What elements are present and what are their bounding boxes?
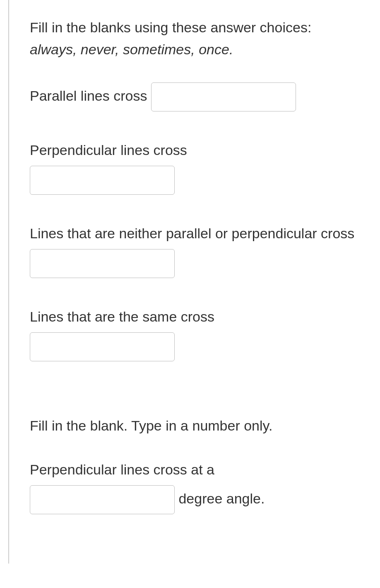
instruction-1-choices: always, never, sometimes, once. (30, 41, 233, 57)
question-1-text: Parallel lines cross (30, 88, 151, 104)
question-4-text: Lines that are the same cross (30, 309, 214, 324)
question-5-input[interactable] (30, 485, 175, 514)
question-3-input[interactable] (30, 249, 175, 278)
instruction-1: Fill in the blanks using these answer ch… (30, 17, 359, 60)
question-2-text: Perpendicular lines cross (30, 142, 187, 158)
question-1-input[interactable] (151, 82, 296, 111)
instruction-2: Fill in the blank. Type in a number only… (30, 415, 359, 437)
question-2: Perpendicular lines cross (30, 136, 359, 196)
question-4-input[interactable] (30, 332, 175, 361)
question-3-text-a: Lines that are neither parallel or perpe… (30, 225, 354, 241)
instruction-1-prefix: Fill in the blanks using these answer ch… (30, 19, 311, 35)
worksheet-container: Fill in the blanks using these answer ch… (8, 0, 380, 564)
question-5: Perpendicular lines cross at a degree an… (30, 455, 359, 516)
question-3: Lines that are neither parallel or perpe… (30, 219, 359, 280)
question-2-input[interactable] (30, 166, 175, 195)
question-5-text-a: Perpendicular lines cross at a (30, 462, 214, 477)
question-4: Lines that are the same cross (30, 302, 359, 363)
question-5-text-b: degree angle. (178, 491, 265, 506)
question-1: Parallel lines cross (30, 81, 359, 113)
